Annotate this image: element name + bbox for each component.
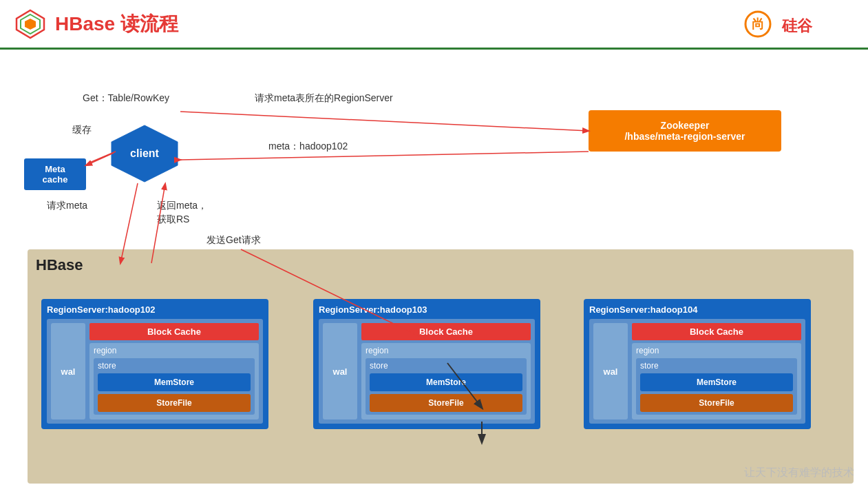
- brand-logo: 尚 硅谷: [744, 9, 854, 39]
- rs2-block-cache: Block Cache: [361, 323, 531, 340]
- rs1-block-cache: Block Cache: [89, 323, 259, 340]
- return-meta-label: 返回meta，: [157, 200, 207, 212]
- send-get-label: 发送Get请求: [207, 234, 261, 247]
- svg-line-9: [180, 152, 589, 160]
- request-meta-label: 请求meta表所在的RegionServer: [255, 92, 393, 105]
- rs1-region-label: region: [94, 346, 255, 355]
- rs2-region-label: region: [366, 346, 527, 355]
- page-title: HBase 读流程: [55, 11, 178, 37]
- rs3-store: store MemStore StoreFile: [636, 358, 797, 415]
- rs2-right: Block Cache region store MemStore StoreF…: [361, 323, 531, 419]
- get-label: Get：Table/RowKey: [83, 92, 169, 105]
- rs3-wal: wal: [593, 323, 628, 419]
- rs3-right: Block Cache region store MemStore StoreF…: [632, 323, 801, 419]
- zookeeper-line2: /hbase/meta-region-server: [602, 131, 768, 142]
- svg-line-8: [180, 112, 589, 131]
- request-meta2-label: 请求meta: [47, 200, 87, 212]
- rs1-box: RegionServer:hadoop102 wal Block Cache r…: [41, 299, 268, 429]
- cache-label: 缓存: [72, 124, 92, 136]
- zookeeper-line1: Zookeeper: [602, 120, 768, 131]
- rs2-box: RegionServer:hadoop103 wal Block Cache r…: [313, 299, 540, 429]
- svg-text:硅谷: 硅谷: [781, 17, 813, 34]
- rs3-memstore: MemStore: [640, 373, 793, 391]
- rs2-title: RegionServer:hadoop103: [319, 304, 535, 315]
- rs1-right: Block Cache region store MemStore StoreF…: [89, 323, 259, 419]
- rs2-region: region store MemStore StoreFile: [361, 343, 531, 419]
- svg-text:client: client: [130, 147, 159, 159]
- rs1-store: store MemStore StoreFile: [94, 358, 255, 415]
- rs2-inner: wal Block Cache region store MemStore St…: [319, 319, 535, 424]
- rs3-storefile: StoreFile: [640, 394, 793, 412]
- watermark: 让天下没有难学的技术: [744, 466, 854, 480]
- rs3-region-label: region: [636, 346, 797, 355]
- rs3-block-cache: Block Cache: [632, 323, 801, 340]
- rs1-inner: wal Block Cache region store MemStore St…: [47, 319, 263, 424]
- svg-text:尚: 尚: [752, 17, 764, 31]
- rs1-wal: wal: [51, 323, 85, 419]
- zookeeper-box: Zookeeper /hbase/meta-region-server: [589, 110, 781, 152]
- rs3-box: RegionServer:hadoop104 wal Block Cache r…: [584, 299, 811, 429]
- rs2-store-label: store: [370, 361, 522, 371]
- rs1-region: region store MemStore StoreFile: [89, 343, 259, 419]
- rs3-inner: wal Block Cache region store MemStore St…: [589, 319, 805, 424]
- rs2-store: store MemStore StoreFile: [366, 358, 527, 415]
- rs1-storefile: StoreFile: [98, 394, 251, 412]
- rs1-store-label: store: [98, 361, 251, 371]
- logo-icon: [14, 8, 47, 41]
- svg-line-10: [86, 153, 114, 165]
- rs3-region: region store MemStore StoreFile: [632, 343, 801, 419]
- hbase-label: HBase: [36, 256, 83, 274]
- header: HBase 读流程 尚 硅谷: [0, 0, 868, 50]
- rs3-store-label: store: [640, 361, 793, 371]
- rs2-wal: wal: [323, 323, 357, 419]
- rs1-title: RegionServer:hadoop102: [47, 304, 263, 315]
- rs2-memstore: MemStore: [370, 373, 522, 391]
- get-rs-label: 获取RS: [157, 214, 189, 226]
- rs1-memstore: MemStore: [98, 373, 251, 391]
- svg-marker-2: [25, 19, 36, 30]
- rs3-title: RegionServer:hadoop104: [589, 304, 805, 315]
- client-hex: client: [110, 124, 179, 183]
- rs2-storefile: StoreFile: [370, 394, 522, 412]
- meta-response-label: meta：hadoop102: [268, 141, 348, 153]
- main-diagram: HBase Meta cache client Zookeeper /hbase…: [0, 50, 868, 487]
- meta-cache-box: Meta cache: [24, 158, 86, 190]
